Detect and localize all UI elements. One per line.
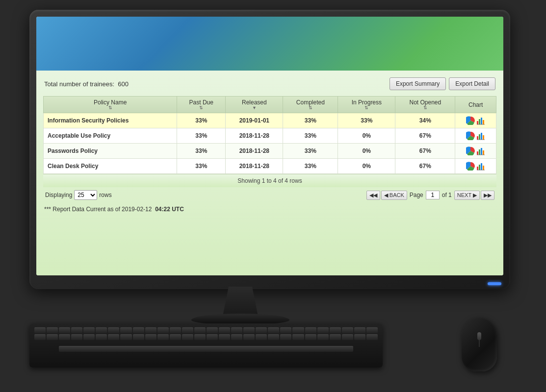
col-chart: Chart [455, 97, 496, 113]
key [330, 327, 341, 333]
footer-note-text: *** Report Data Current as of 2019-02-12 [44, 206, 152, 213]
key [231, 327, 242, 333]
key [354, 327, 365, 333]
key [194, 334, 206, 340]
next-page-button[interactable]: NEXT ▶ [454, 191, 480, 200]
export-summary-button[interactable]: Export Summary [390, 77, 446, 90]
mouse-scroll-wheel [477, 332, 481, 340]
keyboard-spacebar [59, 346, 353, 352]
key [366, 327, 378, 333]
cell-policy-name[interactable]: Clean Desk Policy [44, 159, 177, 174]
col-policy-name[interactable]: Policy Name ⇅ [44, 97, 177, 113]
cell-chart[interactable] [455, 159, 496, 174]
pie-chart-icon[interactable] [466, 116, 475, 125]
chart-icons [459, 162, 492, 171]
cell-past-due: 33% [177, 113, 226, 128]
key [330, 334, 341, 340]
svg-rect-21 [481, 163, 482, 170]
key [317, 334, 329, 340]
key [145, 327, 156, 333]
table-row: Clean Desk Policy33%2018-11-2833%0%67% [44, 159, 496, 174]
key [292, 327, 304, 333]
displaying-label: Displaying [45, 192, 72, 198]
key [71, 334, 82, 340]
cell-released: 2018-11-28 [226, 128, 283, 144]
key [157, 334, 169, 340]
pie-chart-icon[interactable] [466, 131, 475, 140]
pagination-bar: Displaying 25 10 50 100 rows ◀◀ ◀ BACK P… [43, 187, 496, 203]
col-released[interactable]: Released ▼ [226, 97, 283, 113]
key [317, 327, 329, 333]
total-trainees: Total number of trainees: 600 [44, 80, 129, 88]
cell-chart[interactable] [455, 144, 496, 159]
key [207, 327, 218, 333]
svg-rect-2 [479, 119, 480, 124]
key [157, 327, 169, 333]
key [219, 334, 230, 340]
cell-policy-name[interactable]: Acceptable Use Policy [44, 128, 177, 144]
cell-chart[interactable] [455, 113, 496, 128]
svg-rect-14 [479, 149, 480, 155]
policy-table: Policy Name ⇅ Past Due ⇅ Released ▼ [43, 96, 496, 174]
svg-rect-4 [483, 120, 484, 124]
export-detail-button[interactable]: Export Detail [449, 77, 495, 90]
key [268, 334, 279, 340]
cell-completed: 33% [283, 144, 338, 159]
bar-chart-icon[interactable] [476, 147, 485, 155]
key [292, 334, 304, 340]
footer-time: 04:22 UTC [155, 206, 184, 213]
key [59, 327, 70, 333]
cell-in-progress: 0% [338, 128, 395, 144]
pie-chart-icon[interactable] [466, 162, 475, 171]
svg-rect-9 [481, 133, 482, 140]
cell-policy-name[interactable]: Passwords Policy [44, 144, 177, 159]
bar-chart-icon[interactable] [476, 116, 485, 125]
col-in-progress[interactable]: In Progress ⇅ [338, 97, 395, 113]
svg-rect-8 [479, 134, 480, 140]
key [145, 334, 156, 340]
col-not-opened[interactable]: Not Opened ⇅ [395, 97, 455, 113]
cell-released: 2018-11-28 [226, 159, 283, 174]
chart-icons [459, 116, 492, 125]
svg-rect-3 [481, 118, 482, 124]
key [108, 334, 119, 340]
mouse [462, 318, 497, 371]
table-row: Passwords Policy33%2018-11-2833%0%67% [44, 144, 496, 159]
last-page-button[interactable]: ▶▶ [481, 191, 494, 200]
export-buttons: Export Summary Export Detail [390, 77, 495, 90]
key [342, 334, 353, 340]
key [268, 327, 279, 333]
page-input[interactable] [426, 191, 440, 199]
bar-chart-icon[interactable] [476, 131, 485, 140]
col-past-due[interactable]: Past Due ⇅ [177, 97, 226, 113]
key [120, 334, 131, 340]
svg-rect-7 [477, 136, 478, 140]
monitor: Total number of trainees: 600 Export Sum… [29, 10, 510, 289]
cell-policy-name[interactable]: Information Security Policies [44, 113, 177, 128]
svg-rect-22 [483, 166, 484, 170]
svg-rect-19 [477, 167, 478, 170]
key [47, 327, 58, 333]
footer-note: *** Report Data Current as of 2019-02-12… [43, 203, 496, 216]
key [342, 327, 353, 333]
cell-completed: 33% [283, 113, 338, 128]
of-label: of 1 [442, 192, 452, 198]
monitor-led [488, 282, 501, 285]
bar-chart-icon[interactable] [476, 162, 485, 171]
table-row: Acceptable Use Policy33%2018-11-2833%0%6… [44, 128, 496, 144]
key [133, 327, 144, 333]
cell-completed: 33% [283, 159, 338, 174]
key [256, 334, 267, 340]
cell-in-progress: 33% [338, 113, 395, 128]
cell-chart[interactable] [455, 128, 496, 144]
displaying-select[interactable]: 25 10 50 100 [74, 190, 97, 200]
monitor-screen: Total number of trainees: 600 Export Sum… [36, 17, 503, 275]
back-page-button[interactable]: ◀ BACK [381, 191, 407, 200]
svg-rect-13 [477, 151, 478, 155]
pie-chart-icon[interactable] [466, 147, 475, 155]
monitor-stand-neck [221, 287, 260, 316]
cell-in-progress: 0% [338, 144, 395, 159]
col-completed[interactable]: Completed ⇅ [283, 97, 338, 113]
first-page-button[interactable]: ◀◀ [366, 191, 380, 200]
showing-rows-text: Showing 1 to 4 of 4 rows [237, 177, 302, 184]
